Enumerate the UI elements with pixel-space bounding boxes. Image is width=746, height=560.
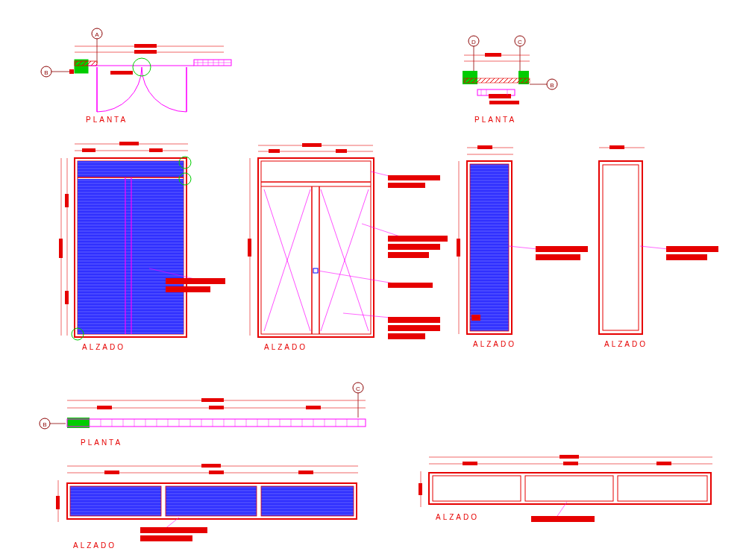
svg-rect-54: [149, 148, 163, 152]
svg-rect-102: [388, 317, 440, 323]
svg-rect-93: [388, 175, 440, 180]
svg-text:A: A: [95, 31, 99, 38]
svg-rect-75: [302, 143, 322, 147]
svg-text:B: B: [44, 69, 48, 76]
svg-rect-27: [110, 71, 133, 75]
label-planta-2: PLANTA: [474, 116, 516, 124]
svg-text:B: B: [550, 82, 554, 89]
svg-rect-58: [65, 194, 69, 207]
view-alzado-4: [599, 145, 718, 334]
svg-rect-174: [261, 486, 354, 516]
svg-rect-186: [429, 473, 711, 504]
svg-rect-96: [388, 236, 448, 242]
svg-rect-134: [209, 406, 224, 409]
svg-rect-119: [599, 161, 642, 334]
svg-rect-80: [248, 239, 251, 257]
svg-rect-12: [134, 50, 157, 54]
svg-rect-57: [59, 239, 63, 258]
svg-rect-51: [119, 142, 139, 145]
view-alzado-1: [59, 142, 225, 340]
label-alzado-5: ALZADO: [73, 541, 116, 550]
svg-rect-191: [531, 516, 595, 522]
svg-rect-82: [261, 161, 371, 334]
svg-rect-103: [388, 325, 440, 331]
svg-rect-43: [464, 78, 530, 83]
svg-rect-78: [336, 149, 347, 153]
svg-rect-111: [470, 164, 509, 331]
svg-rect-187: [433, 476, 521, 501]
drawing-canvas: A B D: [0, 0, 746, 560]
svg-rect-118: [609, 145, 624, 149]
svg-rect-167: [209, 471, 224, 474]
svg-rect-115: [536, 246, 588, 252]
svg-rect-164: [201, 464, 221, 468]
svg-text:D: D: [471, 39, 476, 45]
svg-rect-98: [388, 252, 429, 258]
svg-rect-135: [306, 406, 321, 409]
label-alzado-6: ALZADO: [436, 513, 479, 521]
view-alzado-6: [419, 455, 712, 522]
svg-rect-185: [419, 483, 422, 495]
svg-rect-172: [70, 486, 161, 516]
svg-rect-65: [78, 179, 184, 334]
svg-rect-59: [65, 291, 69, 304]
svg-rect-91: [313, 268, 318, 273]
svg-rect-81: [258, 158, 374, 337]
svg-rect-123: [666, 254, 707, 260]
svg-rect-14: [75, 61, 97, 66]
svg-rect-94: [388, 183, 425, 188]
svg-rect-104: [388, 333, 425, 339]
svg-rect-106: [477, 145, 492, 149]
svg-rect-72: [166, 278, 225, 284]
svg-rect-166: [104, 471, 119, 474]
svg-rect-11: [134, 44, 157, 48]
svg-rect-100: [388, 283, 433, 288]
svg-rect-109: [457, 239, 460, 257]
svg-rect-182: [563, 462, 578, 465]
label-alzado-2: ALZADO: [264, 343, 307, 351]
svg-rect-179: [560, 455, 579, 459]
svg-rect-26: [69, 69, 74, 74]
view-alzado-5: [56, 464, 358, 541]
svg-text:B: B: [43, 421, 46, 428]
svg-rect-40: [485, 53, 501, 57]
svg-rect-168: [298, 471, 313, 474]
svg-text:C: C: [518, 39, 522, 45]
label-alzado-3: ALZADO: [473, 340, 516, 348]
svg-rect-177: [140, 535, 192, 541]
svg-rect-188: [525, 476, 613, 501]
svg-rect-181: [463, 462, 477, 465]
svg-rect-183: [656, 462, 671, 465]
svg-rect-189: [618, 476, 707, 501]
svg-rect-173: [166, 486, 257, 516]
label-alzado-1: ALZADO: [82, 343, 125, 351]
svg-rect-122: [666, 246, 718, 252]
label-planta-3: PLANTA: [81, 438, 122, 447]
svg-rect-77: [269, 149, 280, 153]
label-planta-1: PLANTA: [86, 116, 128, 124]
svg-rect-170: [56, 496, 60, 509]
svg-rect-113: [471, 315, 480, 321]
svg-rect-176: [140, 527, 207, 533]
svg-rect-120: [603, 165, 639, 330]
label-alzado-4: ALZADO: [604, 340, 648, 348]
view-alzado-3: [457, 145, 588, 334]
svg-rect-116: [536, 254, 580, 260]
view-planta-1: A B: [41, 28, 231, 112]
view-alzado-2: [248, 143, 448, 339]
svg-rect-46: [489, 101, 519, 104]
svg-rect-97: [388, 244, 440, 250]
svg-rect-45: [489, 94, 511, 98]
svg-rect-53: [82, 148, 95, 152]
view-planta-3: C B: [40, 383, 366, 429]
svg-rect-73: [166, 286, 210, 292]
svg-rect-133: [97, 406, 112, 409]
svg-rect-62: [78, 161, 184, 177]
view-planta-2: D C B: [463, 36, 557, 104]
svg-text:C: C: [356, 386, 360, 392]
svg-rect-131: [201, 398, 224, 402]
